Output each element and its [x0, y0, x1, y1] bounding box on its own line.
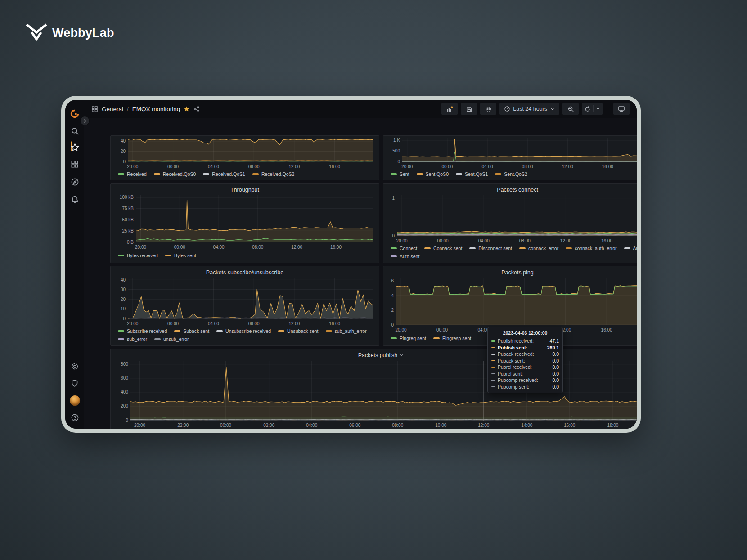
- legend-swatch: [118, 338, 124, 340]
- user-avatar[interactable]: [65, 394, 84, 407]
- legend-item[interactable]: Auth: [624, 246, 637, 251]
- breadcrumb-title[interactable]: EMQX monitoring: [132, 106, 180, 112]
- breadcrumb-section[interactable]: General: [102, 106, 123, 112]
- legend-item[interactable]: Pingreq sent: [391, 336, 426, 341]
- svg-text:08:00: 08:00: [522, 164, 533, 169]
- dashboards-icon[interactable]: [65, 157, 84, 171]
- breadcrumb-separator: /: [127, 106, 129, 112]
- legend-item[interactable]: unsub_error: [154, 336, 189, 342]
- legend-item[interactable]: Auth sent: [391, 254, 419, 259]
- legend-item[interactable]: Sent.QoS1: [456, 171, 488, 177]
- dashboard-settings-button[interactable]: [480, 103, 496, 115]
- panel-packets-subscribe: Packets subscribe/unsubscribe 20:0000:00…: [110, 266, 379, 346]
- svg-text:20:00: 20:00: [396, 238, 408, 243]
- panel-packets-sent: 20:0000:0004:0008:0012:0016:0005001 K Se…: [383, 135, 637, 180]
- legend-item[interactable]: Received: [118, 171, 147, 177]
- panel-title-packets-ping[interactable]: Packets ping: [387, 268, 637, 277]
- favorite-star-icon[interactable]: [184, 106, 190, 112]
- legend-swatch: [203, 173, 209, 175]
- zoom-out-button[interactable]: [562, 103, 579, 115]
- legend-swatch: [424, 247, 431, 249]
- clock-icon: [504, 106, 510, 112]
- svg-text:16:00: 16:00: [602, 164, 613, 169]
- dashboard-header: General / EMQX monitoring: [84, 100, 637, 118]
- refresh-interval-chevron-icon[interactable]: [596, 107, 600, 111]
- svg-text:08:00: 08:00: [519, 238, 531, 243]
- save-dashboard-button[interactable]: [461, 103, 477, 115]
- admin-shield-icon[interactable]: [65, 376, 84, 390]
- panel-menu-chevron-icon: [399, 353, 404, 358]
- svg-text:08:00: 08:00: [392, 423, 403, 428]
- legend-item[interactable]: Connack sent: [424, 246, 462, 251]
- panel-throughput: Throughput 20:0000:0004:0008:0012:0016:0…: [110, 183, 379, 263]
- throughput-chart[interactable]: 20:0000:0004:0008:0012:0016:000 B25 kB50…: [114, 194, 375, 250]
- legend-item[interactable]: sub_error: [118, 336, 147, 342]
- svg-text:08:00: 08:00: [248, 164, 260, 169]
- refresh-button[interactable]: [582, 103, 603, 115]
- legend-item[interactable]: Unsubscribe received: [216, 328, 271, 334]
- packets-subscribe-chart[interactable]: 20:0000:0004:0008:0012:0016:00010203040: [114, 277, 375, 327]
- legend-item[interactable]: Received.QoS1: [203, 171, 245, 177]
- grafana-app: General / EMQX monitoring: [65, 100, 637, 429]
- legend-item[interactable]: Pingresp sent: [433, 336, 471, 341]
- svg-text:08:00: 08:00: [252, 245, 263, 250]
- svg-text:16:00: 16:00: [329, 321, 340, 326]
- svg-text:2: 2: [391, 308, 394, 313]
- packets-sent-chart[interactable]: 20:0000:0004:0008:0012:0016:0005001 K: [387, 137, 637, 170]
- legend-item[interactable]: connack_auth_error: [566, 246, 616, 251]
- dashboard-canvas: 20:0000:0004:0008:0012:0016:0002040 Rece…: [84, 118, 637, 429]
- svg-text:600: 600: [121, 376, 128, 381]
- help-icon[interactable]: [65, 411, 84, 424]
- webbylab-logo: WebbyLab: [26, 23, 114, 42]
- explore-compass-icon[interactable]: [65, 175, 84, 188]
- svg-text:100 kB: 100 kB: [120, 195, 134, 200]
- panel-title-packets-connect[interactable]: Packets connect: [387, 185, 637, 194]
- svg-text:1: 1: [392, 196, 395, 201]
- legend-item[interactable]: Sent: [391, 171, 410, 177]
- packets-received-chart[interactable]: 20:0000:0004:0008:0012:0016:0002040: [114, 137, 375, 170]
- legend-item[interactable]: Connect: [391, 246, 417, 251]
- sidebar-expand-button[interactable]: [80, 116, 90, 125]
- packets-ping-chart[interactable]: 20:0000:0004:0008:0012:0016:000246: [387, 277, 637, 333]
- legend-item[interactable]: Disconnect sent: [469, 246, 512, 251]
- legend-swatch: [278, 330, 284, 332]
- legend-swatch: [326, 330, 332, 332]
- svg-text:40: 40: [121, 139, 126, 143]
- legend-item[interactable]: Sent.QoS2: [495, 171, 527, 177]
- legend-item[interactable]: Unsuback sent: [278, 328, 318, 334]
- legend-item[interactable]: Sent.QoS0: [417, 171, 449, 177]
- svg-text:30: 30: [121, 287, 126, 292]
- legend-item[interactable]: sub_auth_error: [326, 328, 367, 334]
- svg-text:20:00: 20:00: [396, 327, 407, 332]
- legend-item[interactable]: connack_error: [519, 246, 558, 251]
- starred-dashboards-icon[interactable]: [65, 140, 84, 154]
- svg-text:16:00: 16:00: [601, 327, 612, 332]
- legend-item[interactable]: Received.QoS0: [154, 171, 196, 177]
- alerting-bell-icon[interactable]: [65, 193, 84, 206]
- svg-text:4: 4: [391, 293, 394, 298]
- legend-item[interactable]: Bytes received: [118, 253, 158, 258]
- svg-text:20:00: 20:00: [127, 321, 138, 326]
- svg-text:16:00: 16:00: [329, 164, 340, 169]
- svg-text:200: 200: [121, 403, 128, 408]
- configuration-gear-icon[interactable]: [65, 359, 84, 373]
- tooltip-row: Pubrel received:0.0: [491, 364, 559, 371]
- add-panel-button[interactable]: [441, 103, 458, 115]
- panel-title-throughput[interactable]: Throughput: [114, 185, 375, 194]
- legend-item[interactable]: Received.QoS2: [252, 171, 295, 177]
- svg-text:04:00: 04:00: [208, 321, 219, 326]
- share-icon[interactable]: [194, 106, 200, 112]
- throughput-legend: Bytes receivedBytes sent: [114, 252, 375, 259]
- legend-swatch: [566, 247, 572, 249]
- legend-item[interactable]: Bytes sent: [165, 253, 196, 258]
- svg-text:20:00: 20:00: [134, 423, 145, 428]
- panel-title-packets-subscribe[interactable]: Packets subscribe/unsubscribe: [114, 268, 375, 277]
- legend-item[interactable]: Suback sent: [174, 328, 209, 334]
- search-icon[interactable]: [65, 124, 84, 138]
- svg-text:500: 500: [392, 148, 400, 153]
- time-range-picker[interactable]: Last 24 hours: [500, 103, 559, 115]
- legend-item[interactable]: Subscribe received: [118, 328, 167, 334]
- svg-text:14:00: 14:00: [521, 423, 532, 428]
- packets-connect-chart[interactable]: 20:0000:0004:0008:0012:0016:0001: [387, 194, 637, 244]
- tv-mode-button[interactable]: [613, 103, 630, 115]
